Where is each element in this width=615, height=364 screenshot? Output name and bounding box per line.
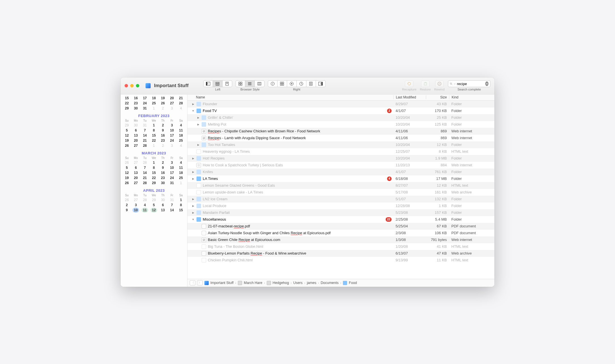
clock-button[interactable]: [297, 80, 306, 87]
calendar-day[interactable]: 4: [176, 160, 185, 165]
calendar-day[interactable]: 29: [150, 180, 159, 186]
grid-button[interactable]: [277, 80, 287, 87]
calendar-day[interactable]: 3: [167, 143, 176, 148]
calendar-day[interactable]: 25: [176, 175, 185, 180]
calendar-day[interactable]: 30: [131, 106, 140, 111]
calendar-day[interactable]: 26: [122, 143, 131, 148]
calendar-day[interactable]: 20: [131, 138, 140, 143]
col-kind[interactable]: Kind: [449, 95, 494, 99]
file-row[interactable]: Blueberry-Lemon Parfaits Recipe - Food &…: [187, 250, 494, 257]
view-icon-button[interactable]: [236, 80, 245, 87]
disclosure-chevron[interactable]: ▶: [191, 171, 195, 173]
calendar-day[interactable]: 25: [150, 101, 159, 106]
view-list-button[interactable]: [245, 80, 255, 87]
calendar-day[interactable]: 15: [150, 133, 159, 138]
calendar-day[interactable]: 23: [158, 175, 167, 180]
calendar-day[interactable]: 2: [158, 143, 167, 148]
text-button[interactable]: [306, 80, 316, 87]
disclosure-chevron[interactable]: ▶: [191, 198, 195, 201]
calendar-day[interactable]: 16: [158, 170, 167, 175]
calendar-day[interactable]: 24: [167, 175, 176, 180]
calendar-day[interactable]: 21: [140, 175, 150, 180]
calendar-day[interactable]: 8: [150, 128, 159, 133]
back-button[interactable]: 〈: [190, 280, 195, 285]
calendar-day[interactable]: 9: [122, 208, 131, 213]
calendar-day[interactable]: 27: [131, 180, 140, 186]
calendar-day[interactable]: 30: [131, 123, 140, 128]
calendar-day[interactable]: 29: [150, 197, 159, 203]
file-row[interactable]: ▼Miscellaneous222/25/085.4 MBFolder: [187, 216, 494, 223]
disclosure-chevron[interactable]: ▼: [191, 218, 195, 221]
calendar-day[interactable]: 27: [131, 160, 140, 165]
search-input[interactable]: [457, 82, 484, 86]
calendar-day[interactable]: 18: [176, 170, 185, 175]
disclosure-chevron[interactable]: ▶: [191, 204, 195, 207]
left-preview-button[interactable]: [223, 80, 232, 87]
calendar-day[interactable]: 28: [140, 180, 150, 186]
calendar-day[interactable]: 6: [131, 128, 140, 133]
rewind-button[interactable]: [435, 80, 444, 87]
calendar-day[interactable]: 12: [122, 133, 131, 138]
calendar-day[interactable]: 3: [167, 106, 176, 111]
calendar-day[interactable]: 9: [158, 165, 167, 170]
file-row[interactable]: ▶Too Hot Tamales10/20/0412 KBFolder: [187, 141, 494, 148]
calendar-day[interactable]: 17: [167, 133, 176, 138]
file-list[interactable]: ▶Flounder8/29/0743 KBFolder▼Food TV24/1/…: [187, 101, 494, 279]
calendar-day[interactable]: 31: [167, 180, 176, 186]
recapture-button[interactable]: [405, 80, 413, 87]
file-row[interactable]: Big Tuna - The Boston Globe.html1/20/084…: [187, 243, 494, 250]
calendar-day[interactable]: 9: [158, 128, 167, 133]
calendar-day[interactable]: 13: [131, 133, 140, 138]
file-row[interactable]: Basic Green Chile Recipe at Epicurious.c…: [187, 236, 494, 243]
calendar-day[interactable]: 13: [158, 208, 167, 213]
calendar-day[interactable]: 28: [140, 197, 150, 203]
calendar-day[interactable]: 4: [176, 123, 185, 128]
path-segment[interactable]: Documents: [321, 281, 338, 285]
calendar-day[interactable]: 1: [150, 123, 159, 128]
calendar-day[interactable]: 11: [140, 208, 150, 213]
calendar-day[interactable]: 16: [158, 133, 167, 138]
disclosure-chevron[interactable]: ▶: [191, 103, 195, 105]
calendar-day[interactable]: 3: [167, 123, 176, 128]
calendar-day[interactable]: 22: [122, 101, 131, 106]
calendar-day[interactable]: 15: [122, 96, 131, 101]
calendar-day[interactable]: 5: [122, 128, 131, 133]
calendar-day[interactable]: 30: [158, 197, 167, 203]
calendar-day[interactable]: 19: [122, 175, 131, 180]
calendar-day[interactable]: 19: [122, 138, 131, 143]
calendar-day[interactable]: 26: [122, 160, 131, 165]
calendar-day[interactable]: 23: [158, 138, 167, 143]
col-name[interactable]: Name: [187, 95, 393, 99]
calendar-day[interactable]: 15: [176, 208, 185, 213]
close-button[interactable]: [125, 84, 128, 87]
calendar-day[interactable]: 29: [122, 106, 131, 111]
calendar-day[interactable]: 1: [150, 106, 159, 111]
calendar-day[interactable]: 1: [176, 180, 185, 186]
disclosure-chevron[interactable]: ▼: [191, 109, 195, 112]
calendar-day[interactable]: 4: [140, 203, 150, 208]
calendar-day[interactable]: 21: [140, 138, 150, 143]
calendar-day[interactable]: 4: [176, 143, 185, 148]
calendar-day[interactable]: 16: [131, 96, 140, 101]
info-button[interactable]: i: [268, 80, 277, 87]
calendar-day[interactable]: 6: [158, 203, 167, 208]
calendar-day[interactable]: 12: [150, 208, 159, 213]
calendar-day[interactable]: 27: [167, 101, 176, 106]
calendar-day[interactable]: 3: [131, 203, 140, 208]
calendar-day[interactable]: 22: [150, 175, 159, 180]
calendar-day[interactable]: 1: [176, 197, 185, 203]
file-row[interactable]: ▶Knifes4/1/07761 KBFolder: [187, 169, 494, 175]
calendar-day[interactable]: 30: [158, 180, 167, 186]
calendar-day[interactable]: 27: [131, 143, 140, 148]
file-row[interactable]: 21-07-macbeat-recipe.pdf5/25/0467 KBPDF …: [187, 223, 494, 230]
minimize-button[interactable]: [130, 84, 134, 87]
calendar-day[interactable]: 10: [167, 128, 176, 133]
disclosure-chevron[interactable]: ▶: [191, 211, 195, 214]
calendar-day[interactable]: 14: [140, 133, 150, 138]
calendar-day[interactable]: 10: [167, 165, 176, 170]
restore-button[interactable]: [421, 80, 430, 87]
forward-button[interactable]: 〉: [197, 280, 203, 285]
calendar-day[interactable]: 11: [176, 128, 185, 133]
file-row[interactable]: Recipes - Lamb with Arugula Dipping Sauc…: [187, 135, 494, 141]
calendar-day[interactable]: 25: [176, 138, 185, 143]
